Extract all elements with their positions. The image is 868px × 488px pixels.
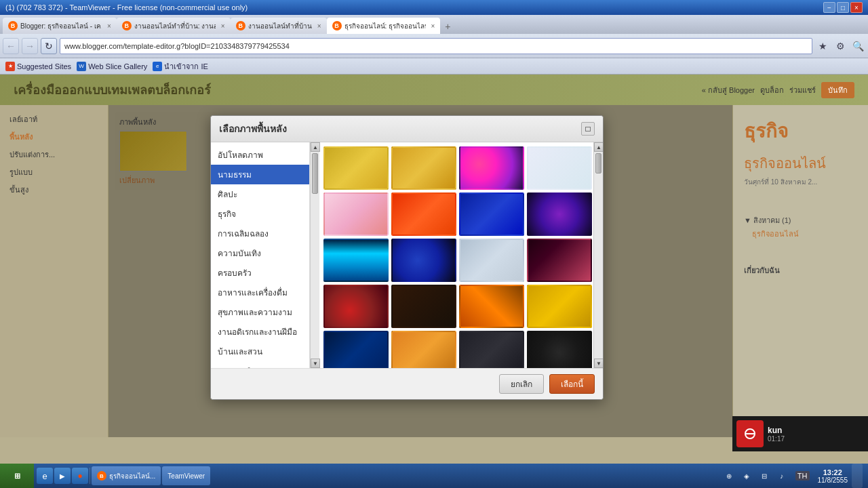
back-button[interactable]: ← (3, 38, 19, 54)
close-button[interactable]: × (850, 2, 863, 13)
thumb-2[interactable] (459, 146, 524, 190)
grid-scrollbar-thumb[interactable] (595, 153, 601, 174)
forward-button[interactable]: → (22, 38, 38, 54)
thumb-0[interactable] (323, 146, 389, 190)
tray-volume-icon[interactable]: ♪ (775, 469, 789, 483)
start-label: ⊞ (14, 472, 20, 481)
thumb-16[interactable] (323, 331, 389, 368)
import-ie-link[interactable]: e นำเข้าจาก IE (153, 60, 208, 73)
modal-close-button[interactable]: □ (581, 122, 595, 136)
taskbar-tv-item[interactable]: TeamViewer (162, 466, 210, 485)
taskbar-ie-icon[interactable]: e (37, 468, 53, 484)
window-title: (1) (702 783 372) - TeamViewer - Free li… (5, 3, 823, 12)
thumb-5[interactable] (391, 192, 456, 236)
thumb-17[interactable] (391, 331, 456, 368)
image-grid-section: ▲ ▼ (319, 142, 603, 368)
post-date: วันศุกร์ที่ 10 สิงหาคม 2... (744, 177, 857, 187)
sidebar-item-format[interactable]: รูปแบบ (5, 163, 102, 181)
back-to-blogger-link[interactable]: « กลับสู่ Blogger (702, 84, 755, 96)
new-tab-button[interactable]: + (440, 19, 455, 34)
category-scroll-down[interactable]: ▼ (311, 359, 320, 368)
thumb-11[interactable] (527, 239, 592, 282)
favorites-icon[interactable]: ★ (815, 39, 830, 54)
taskbar-media-icon[interactable]: ▶ (54, 468, 71, 484)
taskbar-divider (90, 468, 90, 484)
thumb-1[interactable] (391, 146, 456, 190)
thumb-6[interactable] (459, 192, 524, 236)
sidebar-item-layout[interactable]: เลย์เอาท์ (5, 110, 102, 128)
category-home[interactable]: บ้านและสวน (211, 342, 309, 361)
tab-2-close[interactable]: × (221, 22, 225, 30)
sidebar-item-background[interactable]: พื้นหลัง (5, 128, 102, 146)
tools-icon[interactable]: ⚙ (833, 39, 848, 54)
tab-3[interactable]: B งานออนไลน์ทำที่บ้าน × (231, 18, 327, 34)
right-panel: ธุรกิจ ธุรกิจออนไลน์ วันศุกร์ที่ 10 สิงห… (732, 105, 868, 437)
thumb-15[interactable] (527, 285, 592, 328)
thumb-9[interactable] (391, 239, 456, 282)
thumb-7[interactable] (527, 192, 592, 236)
address-bar[interactable] (60, 38, 812, 54)
suggested-sites-link[interactable]: ★ Suggested Sites (5, 62, 71, 71)
thumb-12[interactable] (323, 285, 389, 328)
select-button[interactable]: เลือกนี้ (549, 374, 595, 394)
taskbar-chrome-icon[interactable]: ● (72, 468, 88, 484)
taskbar-blogger-item[interactable]: B ธุรกิจออนไลน์... (92, 466, 161, 485)
cancel-button[interactable]: ยกเลิก (499, 374, 544, 394)
thumb-10[interactable] (459, 239, 524, 282)
about-label: เกี่ยวกับฉัน (744, 264, 857, 277)
category-nature[interactable]: ธรรมชาติ (211, 361, 309, 368)
category-celebration[interactable]: การเฉลิมฉลอง (211, 224, 309, 243)
web-slice-gallery-link[interactable]: W Web Slice Gallery (77, 62, 147, 71)
tab-2[interactable]: B งานออนไลน์ทำที่บ้าน: งานออ... × (117, 18, 231, 34)
tab-1[interactable]: B Blogger: ธุรกิจออนไลน์ - เค... × (3, 18, 117, 34)
start-button[interactable]: ⊞ (0, 464, 34, 488)
category-upload[interactable]: อัปโหลดภาพ (211, 145, 309, 165)
modal-overlay: เลือกภาพพื้นหลัง □ อัปโหลดภาพ นามธรรม (108, 105, 732, 437)
thumb-3[interactable] (527, 146, 592, 190)
sidebar-item-advanced[interactable]: ขั้นสูง (5, 181, 102, 199)
category-entertainment[interactable]: ความบันเทิง (211, 243, 309, 263)
thumb-18[interactable] (459, 331, 524, 368)
grid-scroll-down[interactable]: ▼ (594, 359, 603, 368)
category-hobby[interactable]: งานอดิเรกและงานฝีมือ (211, 322, 309, 342)
category-art[interactable]: ศิลปะ (211, 184, 309, 204)
category-scrollbar-thumb[interactable] (312, 153, 318, 194)
tab-3-close[interactable]: × (317, 22, 321, 30)
thumb-8[interactable] (323, 239, 389, 282)
tray-icon-2[interactable]: ◈ (740, 469, 753, 483)
sidebar-item-adjust[interactable]: ปรับแต่งการ... (5, 146, 102, 163)
refresh-button[interactable]: ↻ (41, 38, 57, 54)
thumb-14[interactable] (459, 285, 524, 328)
tab-3-favicon: B (236, 21, 245, 30)
category-family[interactable]: ครอบครัว (211, 263, 309, 283)
show-desktop-button[interactable] (852, 464, 863, 488)
clock: 13:22 11/8/2555 (818, 468, 848, 484)
save-button[interactable]: บันทึก (821, 82, 854, 98)
category-abstract[interactable]: นามธรรม (211, 165, 309, 184)
thumb-4[interactable] (323, 192, 389, 236)
category-food[interactable]: อาหารและเครื่องดื่ม (211, 283, 309, 302)
tab-4-close[interactable]: × (431, 22, 435, 30)
thumb-13[interactable] (391, 285, 456, 328)
maximize-button[interactable]: □ (837, 2, 849, 13)
category-scroll-up[interactable]: ▲ (311, 142, 320, 152)
category-scrollbar[interactable]: ▲ ▼ (310, 142, 319, 368)
view-blog-link[interactable]: ดูบล็อก (760, 84, 784, 96)
category-health[interactable]: สุขภาพและความงาม (211, 302, 309, 322)
search-icon[interactable]: 🔍 (850, 39, 865, 54)
thumb-19[interactable] (527, 331, 592, 368)
image-grid-wrapper (319, 142, 593, 368)
modal-header: เลือกภาพพื้นหลัง □ (211, 116, 603, 142)
web-slice-gallery-label: Web Slice Gallery (88, 62, 147, 70)
category-business[interactable]: ธุรกิจ (211, 204, 309, 224)
share-link[interactable]: ร่วมแชร์ (789, 84, 816, 96)
grid-scroll-up[interactable]: ▲ (594, 142, 603, 152)
tray-network-icon[interactable]: ⊟ (757, 469, 771, 483)
tab-1-close[interactable]: × (107, 22, 111, 30)
image-grid-scrollbar[interactable]: ▲ ▼ (593, 142, 603, 368)
language-indicator[interactable]: TH (795, 471, 810, 481)
archive-link[interactable]: ธุรกิจออนไลน์ (744, 228, 857, 240)
minimize-button[interactable]: − (823, 2, 835, 13)
tray-icon-1[interactable]: ⊕ (722, 469, 736, 483)
tab-4[interactable]: B ธุรกิจออนไลน์: ธุรกิจออนไลน์ × (327, 18, 441, 34)
